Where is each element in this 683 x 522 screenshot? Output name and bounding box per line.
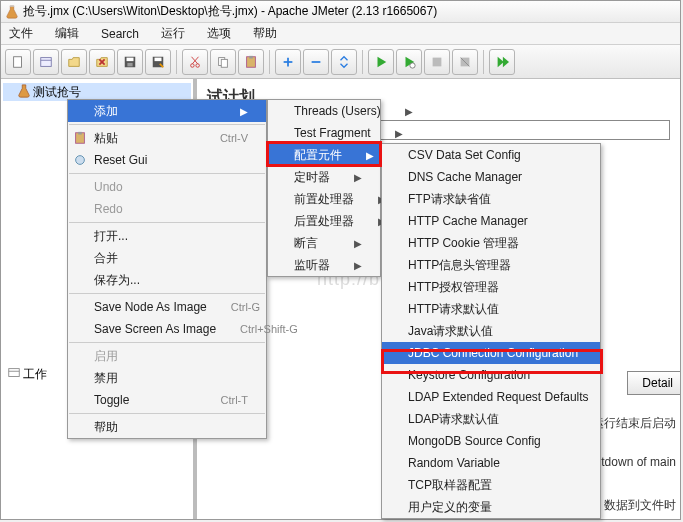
- ctx-item-15[interactable]: 启用: [68, 345, 266, 367]
- app-icon: [5, 5, 19, 19]
- sub2-item-5[interactable]: HTTP信息头管理器: [382, 254, 600, 276]
- menu-file[interactable]: 文件: [3, 23, 39, 44]
- tb-toggle[interactable]: [331, 49, 357, 75]
- menu-help[interactable]: 帮助: [247, 23, 283, 44]
- ctx-item-12[interactable]: Save Node As ImageCtrl-G: [68, 296, 266, 318]
- tb-new[interactable]: [5, 49, 31, 75]
- tb-save[interactable]: [117, 49, 143, 75]
- menu-search[interactable]: Search: [95, 25, 145, 43]
- sub2-label-14: Random Variable: [408, 456, 500, 470]
- ctx-item-5[interactable]: Undo: [68, 176, 266, 198]
- svg-rect-24: [9, 368, 20, 376]
- sub2-item-1[interactable]: DNS Cache Manager: [382, 166, 600, 188]
- tb-collapse[interactable]: [303, 49, 329, 75]
- static-text-3: 数据到文件时: [604, 497, 676, 514]
- tb-close[interactable]: [89, 49, 115, 75]
- tb-shutdown[interactable]: [452, 49, 478, 75]
- sub-item-4[interactable]: 前置处理器▶: [268, 188, 380, 210]
- sub2-item-7[interactable]: HTTP请求默认值: [382, 298, 600, 320]
- tb-copy[interactable]: [210, 49, 236, 75]
- sub2-item-0[interactable]: CSV Data Set Config: [382, 144, 600, 166]
- sub-item-3[interactable]: 定时器▶: [268, 166, 380, 188]
- titlebar: 抢号.jmx (C:\Users\Witon\Desktop\抢号.jmx) -…: [1, 1, 680, 23]
- tb-open[interactable]: [61, 49, 87, 75]
- sub2-item-9[interactable]: JDBC Connection Configuration: [382, 342, 600, 364]
- sub2-label-8: Java请求默认值: [408, 323, 493, 340]
- tb-start-notimers[interactable]: [396, 49, 422, 75]
- svg-point-20: [410, 62, 415, 67]
- shortcut: Ctrl-T: [221, 394, 249, 406]
- flask-icon: [17, 84, 31, 101]
- svg-rect-16: [249, 55, 253, 58]
- tb-saveas[interactable]: [145, 49, 171, 75]
- ctx-item-9[interactable]: 合并: [68, 247, 266, 269]
- sub2-item-16[interactable]: 用户定义的变量: [382, 496, 600, 518]
- sub2-label-16: 用户定义的变量: [408, 499, 492, 516]
- svg-point-12: [196, 63, 200, 67]
- ctx-label-5: Undo: [94, 180, 123, 194]
- sub-label-7: 监听器: [294, 257, 330, 274]
- sub-label-6: 断言: [294, 235, 318, 252]
- menu-edit[interactable]: 编辑: [49, 23, 85, 44]
- ctx-item-16[interactable]: 禁用: [68, 367, 266, 389]
- tb-remote-start[interactable]: [489, 49, 515, 75]
- sub-label-0: Threads (Users): [294, 104, 381, 118]
- ctx-label-0: 添加: [94, 103, 118, 120]
- sub2-item-12[interactable]: LDAP请求默认值: [382, 408, 600, 430]
- sub2-item-4[interactable]: HTTP Cookie 管理器: [382, 232, 600, 254]
- sub-item-5[interactable]: 后置处理器▶: [268, 210, 380, 232]
- menu-options[interactable]: 选项: [201, 23, 237, 44]
- separator: [362, 50, 363, 74]
- ctx-item-19[interactable]: 帮助: [68, 416, 266, 438]
- sub2-label-7: HTTP请求默认值: [408, 301, 499, 318]
- sub-item-7[interactable]: 监听器▶: [268, 254, 380, 276]
- main-window: 抢号.jmx (C:\Users\Witon\Desktop\抢号.jmx) -…: [0, 0, 681, 520]
- tb-paste[interactable]: [238, 49, 264, 75]
- reset-icon: [72, 152, 88, 168]
- sub2-item-6[interactable]: HTTP授权管理器: [382, 276, 600, 298]
- ctx-item-13[interactable]: Save Screen As ImageCtrl+Shift-G: [68, 318, 266, 340]
- sub2-label-11: LDAP Extended Request Defaults: [408, 390, 589, 404]
- sub2-item-3[interactable]: HTTP Cache Manager: [382, 210, 600, 232]
- tb-templates[interactable]: [33, 49, 59, 75]
- context-menu: 添加▶粘贴Ctrl-VReset GuiUndoRedo打开...合并保存为..…: [67, 99, 267, 439]
- submenu-add: Threads (Users)▶Test Fragment▶配置元件▶定时器▶前…: [267, 99, 381, 277]
- separator: [483, 50, 484, 74]
- sub2-item-2[interactable]: FTP请求缺省值: [382, 188, 600, 210]
- ctx-item-6[interactable]: Redo: [68, 198, 266, 220]
- ctx-item-2[interactable]: 粘贴Ctrl-V: [68, 127, 266, 149]
- workbench-icon: [7, 366, 21, 383]
- svg-rect-2: [41, 57, 52, 66]
- ctx-item-3[interactable]: Reset Gui: [68, 149, 266, 171]
- ctx-label-3: Reset Gui: [94, 153, 147, 167]
- svg-rect-27: [78, 132, 82, 135]
- sub-item-6[interactable]: 断言▶: [268, 232, 380, 254]
- tb-cut[interactable]: [182, 49, 208, 75]
- sub2-item-11[interactable]: LDAP Extended Request Defaults: [382, 386, 600, 408]
- ctx-label-6: Redo: [94, 202, 123, 216]
- sub2-item-10[interactable]: Keystore Configuration: [382, 364, 600, 386]
- sub-item-0[interactable]: Threads (Users)▶: [268, 100, 380, 122]
- sub-label-3: 定时器: [294, 169, 330, 186]
- ctx-item-0[interactable]: 添加▶: [68, 100, 266, 122]
- submenu-arrow-icon: ▶: [354, 238, 362, 249]
- sub2-label-4: HTTP Cookie 管理器: [408, 235, 519, 252]
- sub2-item-8[interactable]: Java请求默认值: [382, 320, 600, 342]
- ctx-item-10[interactable]: 保存为...: [68, 269, 266, 291]
- sub-label-4: 前置处理器: [294, 191, 354, 208]
- sub2-item-13[interactable]: MongoDB Source Config: [382, 430, 600, 452]
- ctx-item-17[interactable]: ToggleCtrl-T: [68, 389, 266, 411]
- detail-button[interactable]: Detail: [627, 371, 680, 395]
- sub-item-2[interactable]: 配置元件▶: [268, 144, 380, 166]
- tb-expand[interactable]: [275, 49, 301, 75]
- separator: [269, 50, 270, 74]
- tb-start[interactable]: [368, 49, 394, 75]
- sub2-label-15: TCP取样器配置: [408, 477, 492, 494]
- ctx-label-15: 启用: [94, 348, 118, 365]
- ctx-item-8[interactable]: 打开...: [68, 225, 266, 247]
- sub2-item-14[interactable]: Random Variable: [382, 452, 600, 474]
- menu-run[interactable]: 运行: [155, 23, 191, 44]
- tb-stop[interactable]: [424, 49, 450, 75]
- sub2-item-15[interactable]: TCP取样器配置: [382, 474, 600, 496]
- sub-item-1[interactable]: Test Fragment▶: [268, 122, 380, 144]
